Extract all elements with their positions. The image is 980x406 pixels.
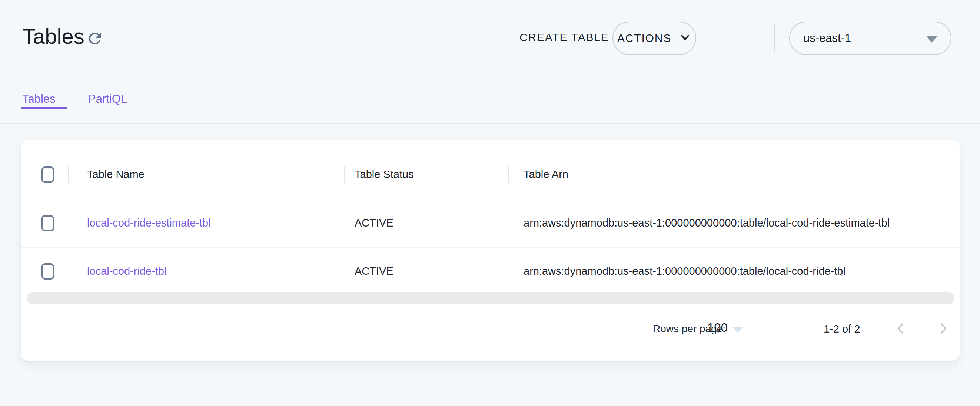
- create-table-button[interactable]: CREATE TABLE: [519, 31, 609, 44]
- page-title: Tables: [22, 24, 84, 49]
- table-name-link[interactable]: local-cod-ride-estimate-tbl: [87, 217, 211, 229]
- chevron-left-icon: [894, 331, 908, 337]
- tabs-divider: [0, 123, 980, 124]
- table-arn-value: arn:aws:dynamodb:us-east-1:000000000000:…: [523, 265, 845, 277]
- region-select-value: us-east-1: [803, 32, 851, 45]
- header-vertical-divider: [774, 23, 775, 52]
- table-status-value: ACTIVE: [355, 217, 393, 229]
- select-all-checkbox[interactable]: [41, 166, 54, 183]
- tab-tables-active-underline: [21, 107, 67, 109]
- column-header-table-name: Table Name: [87, 168, 145, 181]
- region-select[interactable]: us-east-1: [789, 21, 951, 55]
- refresh-button[interactable]: [86, 30, 104, 48]
- row-divider: [21, 247, 959, 248]
- rows-per-page-select[interactable]: 100: [707, 321, 728, 335]
- column-divider: [344, 166, 345, 183]
- row-checkbox[interactable]: [41, 215, 54, 231]
- table-name-link[interactable]: local-cod-ride-tbl: [87, 265, 166, 277]
- tab-tables[interactable]: Tables: [22, 92, 56, 105]
- row-divider: [21, 199, 959, 200]
- previous-page-button[interactable]: [894, 321, 908, 336]
- refresh-icon: [86, 42, 104, 49]
- table-status-value: ACTIVE: [355, 265, 393, 277]
- horizontal-scrollbar[interactable]: [27, 292, 955, 304]
- chevron-down-icon: [679, 32, 691, 45]
- tab-partiql[interactable]: PartiQL: [88, 92, 127, 105]
- table-arn-value: arn:aws:dynamodb:us-east-1:000000000000:…: [523, 217, 889, 229]
- caret-down-icon: [733, 328, 743, 333]
- actions-dropdown-button[interactable]: ACTIONS: [612, 21, 696, 55]
- next-page-button[interactable]: [935, 321, 950, 336]
- chevron-right-icon: [935, 331, 950, 337]
- column-divider: [68, 166, 69, 183]
- row-checkbox[interactable]: [41, 263, 54, 280]
- actions-button-label: ACTIONS: [617, 32, 671, 45]
- header-divider: [0, 76, 980, 77]
- tables-list-card: Table Name Table Status Table Arn local-…: [21, 140, 959, 361]
- pagination-range-label: 1-2 of 2: [824, 323, 860, 335]
- column-header-table-status: Table Status: [355, 168, 414, 181]
- caret-down-icon: [926, 36, 937, 43]
- dynamodb-tables-page: Tables CREATE TABLE ACTIONS us-east-1 Ta…: [0, 0, 980, 406]
- column-divider: [508, 166, 509, 183]
- column-header-table-arn: Table Arn: [523, 168, 568, 181]
